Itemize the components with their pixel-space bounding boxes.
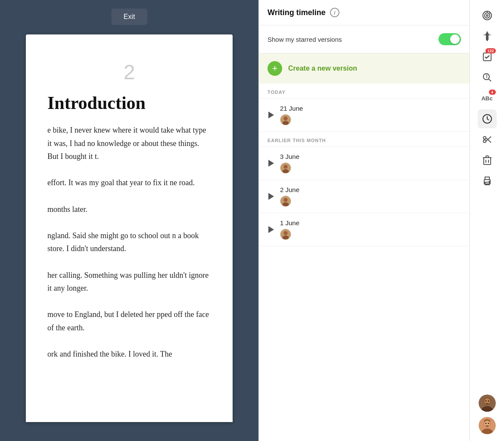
entry-date: 21 June bbox=[280, 105, 303, 112]
right-panel: Writing timeline i Show my starred versi… bbox=[258, 0, 504, 441]
abc-icon-button[interactable]: ABc 4 bbox=[478, 89, 497, 108]
create-version-label: Create a new version bbox=[288, 65, 357, 72]
svg-point-13 bbox=[485, 13, 490, 18]
starred-toggle[interactable] bbox=[439, 33, 461, 45]
timeline-title: Writing timeline bbox=[268, 8, 326, 17]
svg-line-19 bbox=[488, 79, 491, 81]
entry-avatar bbox=[280, 196, 291, 207]
avatar-row bbox=[280, 162, 299, 174]
avatar-row bbox=[280, 196, 299, 207]
pin-icon-button[interactable] bbox=[478, 27, 497, 46]
entry-date: 1 June bbox=[280, 219, 299, 227]
toggle-label: Show my starred versions bbox=[268, 36, 342, 43]
entry-date: 3 June bbox=[280, 153, 299, 160]
page-number: 2 bbox=[47, 60, 211, 84]
svg-point-40 bbox=[485, 401, 486, 402]
timeline-entry-21-june[interactable]: 21 June bbox=[259, 99, 470, 132]
svg-point-1 bbox=[283, 117, 287, 121]
timeline-entry-3-june[interactable]: 3 June bbox=[259, 147, 470, 180]
avatar-row bbox=[280, 114, 303, 125]
svg-rect-33 bbox=[485, 177, 489, 180]
timeline-header: Writing timeline i bbox=[259, 0, 470, 25]
entry-info: 21 June bbox=[280, 105, 303, 125]
create-version-button[interactable]: + Create a new version bbox=[259, 53, 470, 84]
play-icon bbox=[268, 112, 274, 118]
svg-point-10 bbox=[283, 231, 287, 235]
svg-point-41 bbox=[488, 401, 489, 402]
svg-line-16 bbox=[489, 12, 490, 13]
svg-point-35 bbox=[488, 181, 490, 182]
timeline-entry-1-june[interactable]: 1 June bbox=[259, 213, 470, 246]
document-area: Exit 2 Introduction e bike, I never knew… bbox=[0, 0, 258, 441]
timeline-entry-2-june[interactable]: 2 June bbox=[259, 180, 470, 213]
user-avatar-2[interactable] bbox=[479, 417, 496, 434]
entry-info: 1 June bbox=[280, 219, 299, 240]
today-section-label: TODAY bbox=[259, 84, 470, 99]
entry-info: 2 June bbox=[280, 186, 299, 207]
timeline-panel: Writing timeline i Show my starred versi… bbox=[258, 0, 470, 441]
entry-avatar bbox=[280, 162, 291, 174]
play-icon bbox=[268, 226, 274, 233]
target-icon-button[interactable] bbox=[478, 6, 497, 25]
svg-point-46 bbox=[485, 423, 486, 424]
entry-info: 3 June bbox=[280, 153, 299, 174]
play-icon bbox=[268, 193, 274, 200]
svg-point-22 bbox=[483, 140, 486, 143]
svg-point-47 bbox=[488, 423, 489, 424]
checklist-icon-button[interactable]: 122 bbox=[478, 47, 497, 66]
svg-point-7 bbox=[283, 198, 287, 202]
svg-point-14 bbox=[486, 15, 488, 16]
starred-versions-row: Show my starred versions bbox=[259, 25, 470, 53]
play-icon bbox=[268, 160, 274, 167]
sidebar-icons: 122 ABc 4 bbox=[470, 0, 504, 441]
info-icon: i bbox=[330, 8, 339, 17]
print-icon-button[interactable] bbox=[478, 171, 497, 190]
exit-button[interactable]: Exit bbox=[112, 9, 147, 25]
avatar-row bbox=[280, 229, 299, 240]
document-body: e bike, I never knew where it would take… bbox=[47, 124, 211, 361]
document-heading: Introduction bbox=[47, 93, 211, 113]
earlier-section-label: EARLIER THIS MONTH bbox=[259, 132, 470, 147]
svg-point-21 bbox=[483, 137, 486, 139]
user-avatar-1[interactable] bbox=[479, 394, 496, 412]
entry-avatar bbox=[280, 229, 291, 240]
scissors-icon-button[interactable] bbox=[478, 130, 497, 149]
plus-icon: + bbox=[268, 61, 282, 76]
search-icon-button[interactable] bbox=[478, 68, 497, 87]
abc-badge: 4 bbox=[489, 90, 496, 95]
entry-avatar bbox=[280, 114, 291, 125]
svg-point-4 bbox=[283, 165, 287, 169]
svg-rect-25 bbox=[484, 158, 491, 165]
clock-icon-button[interactable] bbox=[478, 109, 497, 128]
document-page: 2 Introduction e bike, I never knew wher… bbox=[26, 34, 233, 422]
entry-date: 2 June bbox=[280, 186, 299, 193]
checklist-badge: 122 bbox=[485, 48, 495, 53]
trash-icon-button[interactable] bbox=[478, 151, 497, 170]
